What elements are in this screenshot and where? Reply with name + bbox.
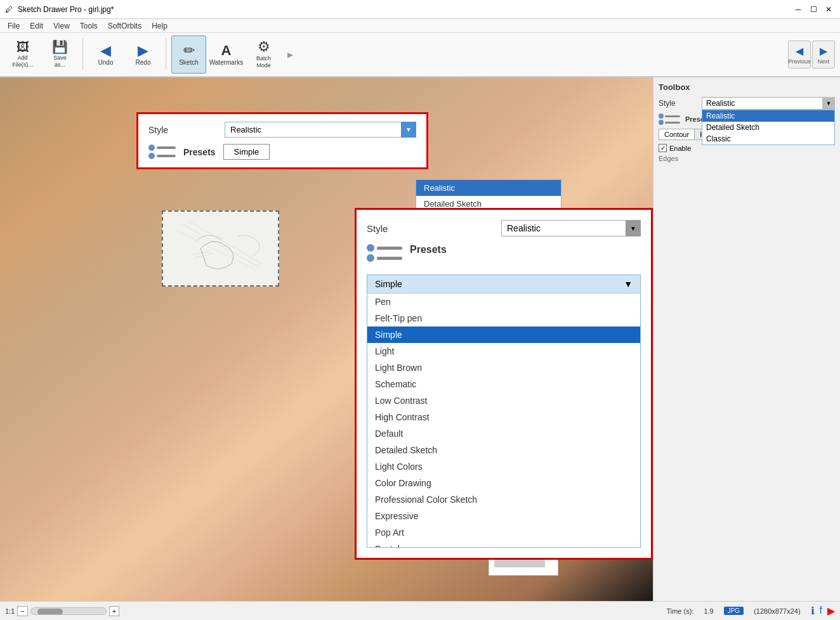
youtube-icon[interactable]: ▶ xyxy=(827,605,835,617)
svg-rect-0 xyxy=(164,212,277,285)
lp-item-schematic[interactable]: Schematic xyxy=(367,376,640,392)
minimize-button[interactable]: ─ xyxy=(792,3,804,16)
save-icon: 💾 xyxy=(52,41,68,53)
small-dd-realistic[interactable]: Realistic xyxy=(416,180,561,196)
tb-small-dropdown: Realistic Detailed Sketch Classic xyxy=(702,110,835,145)
slider-mini-3[interactable] xyxy=(494,560,545,567)
sp-simple-button[interactable]: Simple xyxy=(223,144,270,160)
menu-tools[interactable]: Tools xyxy=(75,20,103,32)
redo-label: Redo xyxy=(136,59,151,66)
tb-style-select-wrap: Realistic Detailed Sketch Classic ▼ Real… xyxy=(702,97,835,110)
close-button[interactable]: ✕ xyxy=(822,3,835,16)
lp-item-simple[interactable]: Simple xyxy=(367,326,640,343)
lp-item-default[interactable]: Default xyxy=(367,425,640,442)
tb-bar-1 xyxy=(665,115,680,117)
lp-item-felt[interactable]: Felt-Tip pen xyxy=(367,310,640,326)
lp-item-colordrawing[interactable]: Color Drawing xyxy=(367,475,640,491)
tb-dd-detailed[interactable]: Detailed Sketch xyxy=(702,122,834,133)
title-bar: 🖊 Sketch Drawer Pro - girl.jpg* ─ ☐ ✕ xyxy=(0,0,840,19)
redo-icon: ▶ xyxy=(138,44,148,58)
sp-dot-2 xyxy=(148,153,155,159)
status-icons: ℹ f ▶ xyxy=(811,605,835,617)
time-label: Time (s): xyxy=(666,607,693,615)
sp-style-label: Style xyxy=(148,125,225,135)
maximize-button[interactable]: ☐ xyxy=(807,3,820,16)
sp-slider-2 xyxy=(148,153,176,159)
tb-style-row: Style Realistic Detailed Sketch Classic … xyxy=(659,97,835,110)
watermarks-button[interactable]: A Watermarks xyxy=(209,36,244,74)
lp-presets-dropdown: Simple ▼ Pen Felt-Tip pen Simple Light L… xyxy=(367,274,641,548)
toolbox-panel: Toolbox Style Realistic Detailed Sketch … xyxy=(653,77,840,601)
tb-enable-label: Enable xyxy=(669,145,691,152)
canvas-area[interactable]: Style Realistic Detailed Sketch Classic … xyxy=(0,77,653,601)
menu-view[interactable]: View xyxy=(48,20,75,32)
lp-slider-2 xyxy=(367,254,402,262)
menu-edit[interactable]: Edit xyxy=(25,20,48,32)
sp-style-select[interactable]: Realistic Detailed Sketch Classic xyxy=(225,122,416,138)
lp-dot-1 xyxy=(367,244,374,252)
facebook-icon[interactable]: f xyxy=(820,605,822,617)
lp-style-select-wrap: Realistic Detailed Sketch Classic ▼ xyxy=(501,220,641,236)
sp-presets-row: Presets Simple xyxy=(148,144,416,160)
watermarks-icon: A xyxy=(221,44,232,58)
status-info: Time (s): 1.9 JPG (1280x877x24) xyxy=(666,607,800,615)
time-value: 1.9 xyxy=(704,607,713,615)
menu-bar: File Edit View Tools SoftOrbits Help xyxy=(0,19,840,33)
previous-button[interactable]: ◀ Previous xyxy=(788,41,811,68)
lp-item-professional[interactable]: Professional Color Sketch xyxy=(367,491,640,508)
add-files-label: AddFile(s)... xyxy=(12,55,33,68)
sketch-svg xyxy=(163,212,278,285)
status-zoom: 1:1 − + xyxy=(5,606,44,616)
previous-label: Previous xyxy=(789,58,811,65)
lp-item-detailedsketch[interactable]: Detailed Sketch xyxy=(367,442,640,458)
sp-slider-1 xyxy=(148,145,176,151)
info-icon[interactable]: ℹ xyxy=(811,605,815,617)
lp-bar-1 xyxy=(377,247,402,250)
lp-item-pen[interactable]: Pen xyxy=(367,294,640,310)
tb-dd-realistic[interactable]: Realistic xyxy=(702,110,834,122)
tb-dd-classic[interactable]: Classic xyxy=(702,133,834,145)
undo-icon: ◀ xyxy=(100,44,111,58)
tab-contour[interactable]: Contour xyxy=(659,129,695,140)
undo-button[interactable]: ◀ Undo xyxy=(88,36,123,74)
lp-item-highcontrast[interactable]: High Contrast xyxy=(367,409,640,425)
menu-help[interactable]: Help xyxy=(147,20,173,32)
lp-item-expressive[interactable]: Expressive xyxy=(367,508,640,524)
sp-bar-1 xyxy=(157,146,176,149)
tb-style-select[interactable]: Realistic Detailed Sketch Classic xyxy=(702,97,835,110)
lp-selected-preset[interactable]: Simple ▼ xyxy=(367,275,640,294)
next-button[interactable]: ▶ Next xyxy=(812,41,835,68)
lp-style-select[interactable]: Realistic Detailed Sketch Classic xyxy=(501,220,641,236)
app-icon: 🖊 xyxy=(5,5,13,14)
sp-presets-label: Presets xyxy=(183,147,216,157)
lp-item-lightcolors[interactable]: Light Colors xyxy=(367,458,640,475)
menu-softorbits[interactable]: SoftOrbits xyxy=(103,20,147,32)
save-label: Saveas... xyxy=(53,55,67,68)
status-bar: 1:1 − + Time (s): 1.9 JPG (1280x877x24) … xyxy=(0,601,840,620)
sketch-label: Sketch xyxy=(179,59,199,66)
toolbar-more: ▸ xyxy=(284,48,296,61)
lp-item-lowcontrast[interactable]: Low Contrast xyxy=(367,392,640,409)
zoom-out-button[interactable]: − xyxy=(17,606,27,616)
tb-enable-checkbox[interactable]: ✓ xyxy=(659,144,667,152)
lp-item-pastel[interactable]: Pastel xyxy=(367,541,640,547)
redo-button[interactable]: ▶ Redo xyxy=(126,36,161,74)
tb-presets-icon xyxy=(659,113,680,125)
lp-item-popart[interactable]: Pop Art xyxy=(367,524,640,541)
window-title: Sketch Drawer Pro - girl.jpg* xyxy=(18,5,114,14)
save-as-button[interactable]: 💾 Saveas... xyxy=(43,36,77,74)
sketch-button[interactable]: ✏ Sketch xyxy=(171,36,206,74)
batch-mode-button[interactable]: ⚙ BatchMode xyxy=(246,36,281,74)
menu-file[interactable]: File xyxy=(3,20,25,32)
tb-bar-2 xyxy=(665,122,680,124)
lp-presets-icon xyxy=(367,244,402,262)
lp-preset-list: Pen Felt-Tip pen Simple Light Light Brow… xyxy=(367,294,640,547)
lp-item-light[interactable]: Light xyxy=(367,343,640,359)
add-files-button[interactable]: 🖼 AddFile(s)... xyxy=(5,36,40,74)
lp-selected-text: Simple xyxy=(375,279,402,289)
lp-item-lightbrown[interactable]: Light Brown xyxy=(367,359,640,376)
zoom-in-button[interactable]: + xyxy=(109,606,119,616)
tb-dot-2 xyxy=(659,120,664,125)
zoom-scrollbar[interactable] xyxy=(30,607,107,615)
small-style-panel: Style Realistic Detailed Sketch Classic … xyxy=(136,112,428,169)
